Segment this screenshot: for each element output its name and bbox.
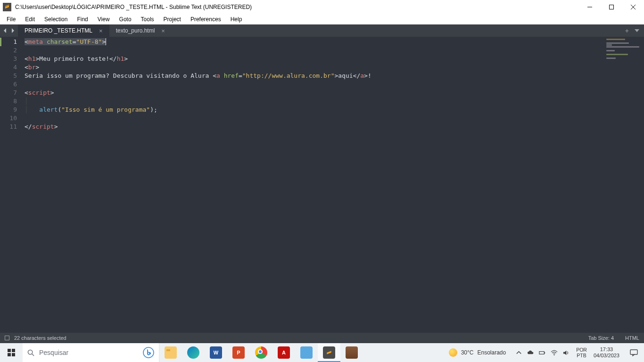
taskbar-app-sublime[interactable] [318,343,340,362]
menu-edit[interactable]: Edit [20,15,40,24]
taskbar-app-acrobat[interactable]: A [272,343,295,362]
tab-nav-forward-icon[interactable] [10,26,15,35]
windows-taskbar: Pesquisar W P A 30°C Ensolarado PORPTB 1… [0,343,644,362]
line-number: 4 [0,63,25,72]
minimize-button[interactable] [579,0,601,14]
svg-rect-5 [12,349,15,352]
code-content[interactable]: <meta charset="UTF-8"> <h1>Meu primeiro … [25,37,644,333]
volume-icon[interactable] [562,349,570,356]
close-tab-icon[interactable]: × [99,28,103,34]
svg-rect-4 [8,349,11,352]
start-button[interactable] [0,343,23,362]
window-title: C:\Users\user\Desktop\LÓGICA\PRIMEIRO _T… [15,4,252,10]
svg-rect-14 [545,352,545,354]
svg-point-15 [554,354,555,355]
weather-cond: Ensolarado [477,349,506,356]
taskbar-app-powerpoint[interactable]: P [227,343,250,362]
bing-icon[interactable] [143,347,154,358]
action-center-icon[interactable] [623,343,644,362]
sublime-app-icon [3,3,11,11]
svg-rect-12 [166,349,170,351]
line-number: 6 [0,80,25,89]
menu-tools[interactable]: Tools [136,15,159,24]
line-number: 8 [0,97,25,106]
menu-bar: File Edit Selection Find View Goto Tools… [0,14,644,25]
search-placeholder: Pesquisar [39,349,138,356]
taskbar-app-word[interactable]: W [205,343,227,362]
menu-find[interactable]: Find [72,15,92,24]
line-number: 3 [0,55,25,63]
tab-primeiro-teste[interactable]: PRIMEIRO _TESTE.HTML × [18,25,109,37]
sun-icon [449,348,457,357]
panel-switcher-icon[interactable] [5,336,9,340]
battery-icon[interactable] [539,349,546,356]
svg-line-9 [32,354,34,355]
close-button[interactable] [622,0,644,14]
line-number: 9 [0,106,25,114]
menu-view[interactable]: View [93,15,115,24]
menu-preferences[interactable]: Preferences [186,15,226,24]
maximize-button[interactable] [601,0,622,14]
taskbar-app-winrar[interactable] [340,343,363,362]
menu-help[interactable]: Help [226,15,247,24]
status-selection: 22 characters selected [14,335,66,341]
taskbar-language[interactable]: PORPTB [573,347,590,358]
tab-strip: PRIMEIRO _TESTE.HTML × texto_puro.html ×… [0,25,644,37]
status-bar: 22 characters selected Tab Size: 4 HTML [0,333,644,343]
tab-label: PRIMEIRO _TESTE.HTML [25,27,92,34]
taskbar-app-notepad[interactable] [295,343,318,362]
taskbar-app-edge[interactable] [182,343,205,362]
tab-nav-back-icon[interactable] [3,26,8,35]
window-titlebar: C:\Users\user\Desktop\LÓGICA\PRIMEIRO _T… [0,0,644,14]
weather-temp: 30°C [461,349,474,356]
taskbar-app-explorer[interactable] [159,343,182,362]
svg-rect-16 [630,350,637,354]
menu-file[interactable]: File [2,15,20,24]
menu-goto[interactable]: Goto [115,15,136,24]
menu-project[interactable]: Project [159,15,186,24]
tab-label: texto_puro.html [116,27,155,34]
tab-dropdown-icon[interactable] [635,27,639,34]
chevron-up-icon[interactable] [515,349,522,356]
line-number: 11 [0,123,25,131]
line-number: 5 [0,72,25,80]
onedrive-icon[interactable] [527,349,534,356]
new-tab-button[interactable]: + [625,27,629,34]
search-icon [27,349,34,356]
menu-selection[interactable]: Selection [40,15,72,24]
line-number: 7 [0,89,25,97]
editor-area[interactable]: 1 2 3 4 5 6 7 8 9 10 11 <meta charset="U… [0,37,644,333]
line-number: 2 [0,46,25,55]
line-number: 1 [0,38,25,46]
wifi-icon[interactable] [551,349,558,356]
svg-rect-7 [12,353,15,356]
close-tab-icon[interactable]: × [161,28,165,34]
line-number: 10 [0,114,25,123]
tab-texto-puro[interactable]: texto_puro.html × [109,25,172,37]
status-syntax[interactable]: HTML [625,335,639,341]
svg-rect-13 [539,351,544,354]
line-number-gutter: 1 2 3 4 5 6 7 8 9 10 11 [0,37,25,333]
taskbar-clock[interactable]: 17:3304/03/2023 [590,346,623,359]
svg-rect-1 [610,5,614,9]
system-tray[interactable] [512,349,573,356]
minimap[interactable] [606,39,641,59]
svg-rect-6 [8,353,11,356]
status-tab-size[interactable]: Tab Size: 4 [588,335,614,341]
taskbar-app-chrome[interactable] [250,343,272,362]
svg-point-8 [28,350,32,354]
taskbar-search[interactable]: Pesquisar [23,343,159,362]
taskbar-weather[interactable]: 30°C Ensolarado [443,348,512,357]
